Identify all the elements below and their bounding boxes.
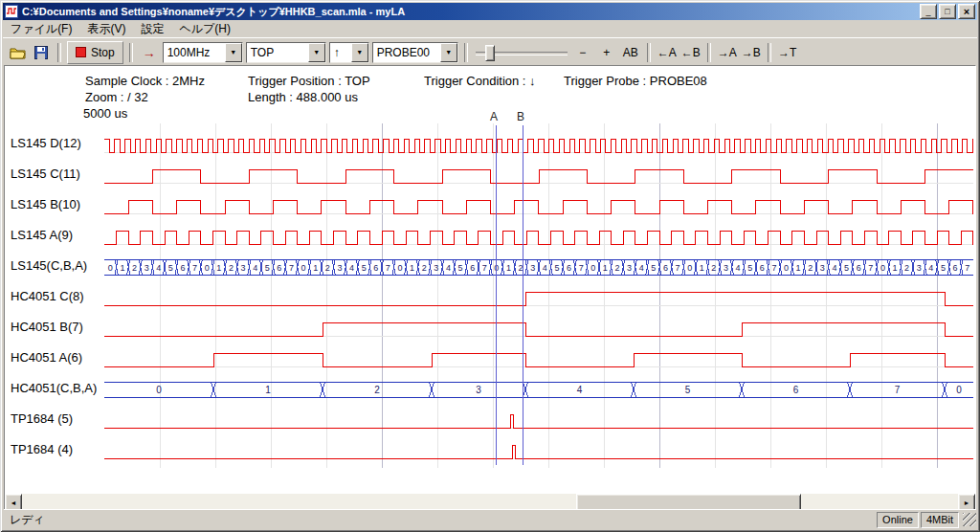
svg-text:7: 7 <box>965 263 969 273</box>
goto-trigger-button[interactable]: →T <box>777 42 798 63</box>
status-bar: レディ Online 4MBit <box>4 509 976 529</box>
svg-text:0: 0 <box>880 263 885 273</box>
zoom-slider[interactable] <box>476 42 568 63</box>
svg-text:1: 1 <box>120 263 124 273</box>
minimize-button[interactable]: _ <box>920 4 937 19</box>
trigger-probe-info: Trigger Probe : PROBE08 <box>564 74 707 88</box>
title-bar: C:¥Documents and Settings¥noname¥デスクトップ¥… <box>3 3 977 20</box>
cursor-a-label[interactable]: A <box>490 110 498 123</box>
close-button[interactable]: × <box>958 4 975 19</box>
svg-text:6: 6 <box>857 263 861 273</box>
ab-cursor-button[interactable]: AB <box>620 42 641 63</box>
chevron-down-icon[interactable]: ▼ <box>225 43 242 62</box>
zoom-out-button[interactable]: − <box>572 42 593 63</box>
set-cursor-b-button[interactable]: →B <box>741 42 762 63</box>
floppy-disk-icon <box>34 46 48 59</box>
run-button[interactable]: → <box>139 42 160 63</box>
svg-text:3: 3 <box>337 263 342 273</box>
svg-text:2: 2 <box>614 263 619 273</box>
zoom-slider-thumb[interactable] <box>485 45 495 61</box>
svg-text:3: 3 <box>820 263 825 273</box>
svg-text:1: 1 <box>893 263 898 273</box>
channel-label: HC4051 C(8) <box>11 289 84 304</box>
trigger-position-value: TOP <box>251 46 304 59</box>
svg-text:1: 1 <box>603 263 608 273</box>
toolbar-separator <box>707 43 711 62</box>
horizontal-scrollbar[interactable]: ◄ ► <box>5 494 975 509</box>
toolbar-separator <box>464 43 468 62</box>
waveform-svg[interactable]: 0123456701234567012345670123456701234567… <box>104 123 973 470</box>
chevron-down-icon[interactable]: ▼ <box>308 43 325 62</box>
zoom-in-button[interactable]: + <box>596 42 617 63</box>
svg-text:2: 2 <box>904 263 909 273</box>
stop-icon <box>76 47 86 57</box>
svg-text:7: 7 <box>771 263 776 273</box>
svg-text:6: 6 <box>793 385 799 395</box>
chevron-down-icon[interactable]: ▼ <box>351 43 368 62</box>
close-icon: × <box>964 7 969 16</box>
svg-text:2: 2 <box>325 263 330 273</box>
channel-label: HC4051(C,B,A) <box>11 381 97 396</box>
menu-view[interactable]: 表示(V) <box>79 20 133 38</box>
maximize-button[interactable]: □ <box>939 4 956 19</box>
stop-label: Stop <box>91 46 115 59</box>
svg-text:2: 2 <box>374 385 380 395</box>
capture-info: Sample Clock : 2MHz Trigger Position : T… <box>5 66 975 104</box>
save-button[interactable] <box>31 42 52 63</box>
channel-label: LS145 C(11) <box>11 166 80 182</box>
open-file-button[interactable] <box>7 42 28 63</box>
svg-text:6: 6 <box>663 263 668 273</box>
trigger-probe-select[interactable]: PROBE00 ▼ <box>372 42 458 63</box>
svg-text:7: 7 <box>868 263 873 273</box>
svg-text:0: 0 <box>205 263 210 273</box>
svg-text:3: 3 <box>627 263 632 273</box>
svg-text:6: 6 <box>760 263 765 273</box>
svg-text:0: 0 <box>784 263 789 273</box>
app-icon[interactable] <box>5 5 18 18</box>
trigger-edge-select[interactable]: ↑ ▼ <box>329 42 369 63</box>
memory-status-badge: 4MBit <box>921 512 959 528</box>
svg-text:7: 7 <box>386 263 390 273</box>
svg-text:4: 4 <box>446 263 451 273</box>
svg-text:0: 0 <box>590 263 595 273</box>
svg-text:5: 5 <box>458 263 463 273</box>
goto-cursor-b-button[interactable]: ←B <box>680 42 702 63</box>
sample-clock-select[interactable]: 100MHz ▼ <box>163 42 243 63</box>
svg-text:4: 4 <box>253 263 257 273</box>
svg-text:4: 4 <box>349 263 354 273</box>
set-cursor-a-button[interactable]: →A <box>717 42 738 63</box>
menu-settings[interactable]: 設定 <box>133 20 171 38</box>
toolbar-separator <box>768 43 771 62</box>
cursor-b-label[interactable]: B <box>517 110 524 123</box>
status-text: レディ <box>10 512 877 528</box>
toolbar: Stop → 100MHz ▼ TOP ▼ ↑ ▼ PROBE00 ▼ − + … <box>3 37 977 66</box>
goto-cursor-a-button[interactable]: ←A <box>657 42 678 63</box>
window-title: C:¥Documents and Settings¥noname¥デスクトップ¥… <box>22 5 918 19</box>
svg-text:5: 5 <box>685 385 691 395</box>
svg-text:0: 0 <box>108 263 113 273</box>
scroll-track[interactable] <box>22 494 958 509</box>
svg-text:4: 4 <box>736 263 741 273</box>
svg-text:3: 3 <box>917 263 922 273</box>
svg-text:1: 1 <box>506 263 511 273</box>
svg-text:0: 0 <box>397 263 402 273</box>
stop-button[interactable]: Stop <box>67 41 123 64</box>
svg-text:1: 1 <box>265 385 271 395</box>
minimize-icon: _ <box>925 7 930 16</box>
channel-label: TP1684 (5) <box>11 411 73 427</box>
timebase-label: 5000 us <box>83 106 127 121</box>
sample-clock-value: 100MHz <box>167 46 221 59</box>
channel-label: LS145(C,B,A) <box>11 258 87 274</box>
menu-file[interactable]: ファイル(F) <box>3 20 79 38</box>
waveform-area: 5000 us A B LS145 D(12) LS145 C(11) LS14… <box>5 104 975 494</box>
svg-text:6: 6 <box>953 263 958 273</box>
svg-text:3: 3 <box>145 263 149 273</box>
client-area: Sample Clock : 2MHz Trigger Position : T… <box>4 65 976 510</box>
svg-text:2: 2 <box>422 263 427 273</box>
resize-grip[interactable] <box>963 513 976 526</box>
chevron-down-icon[interactable]: ▼ <box>440 43 457 62</box>
trigger-position-select[interactable]: TOP ▼ <box>246 42 326 63</box>
menu-help[interactable]: ヘルプ(H) <box>171 20 238 38</box>
channel-label: LS145 B(10) <box>11 197 80 212</box>
app-window: C:¥Documents and Settings¥noname¥デスクトップ¥… <box>0 0 980 532</box>
